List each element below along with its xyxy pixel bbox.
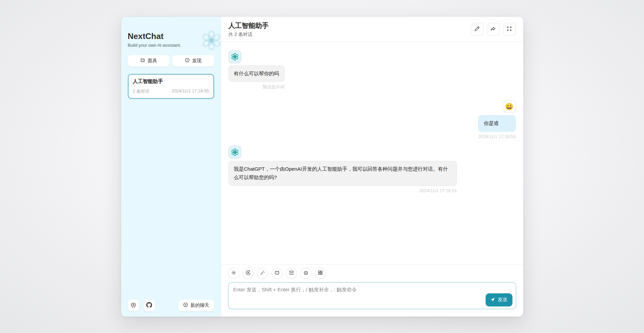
new-chat-label: 新的聊天 xyxy=(191,302,209,308)
compass-icon xyxy=(185,57,190,64)
chat-input-panel: 发送 xyxy=(221,264,523,317)
message-bubble[interactable]: 有什么可以帮你的吗 xyxy=(229,66,285,82)
spacer xyxy=(229,90,516,100)
settings-button[interactable] xyxy=(128,300,139,311)
send-button-label: 发送 xyxy=(498,297,507,303)
bot-message: 有什么可以帮你的吗 预设提示词 xyxy=(229,50,516,90)
clear-context-button[interactable] xyxy=(286,268,297,279)
chat-input-toolbar xyxy=(228,268,516,279)
mask-button-toolbar[interactable] xyxy=(271,268,283,279)
settings-gear-icon xyxy=(231,270,237,277)
chat-session-item[interactable]: 人工智能助手 2 条对话 2024/11/1 17:18:55 xyxy=(128,74,214,99)
message-bubble[interactable]: 你是谁 xyxy=(478,115,515,132)
sidebar-actions: 面具 发现 xyxy=(128,55,214,67)
sidebar-footer-icons xyxy=(128,300,155,311)
message-bubble[interactable]: 我是ChatGPT，一个由OpenAI开发的人工智能助手，我可以回答各种问题并与… xyxy=(229,161,457,186)
chat-header-titles: 人工智能助手 共 2 条对话 xyxy=(229,21,269,38)
model-robot-icon xyxy=(303,270,309,277)
chat-header: 人工智能助手 共 2 条对话 xyxy=(221,17,523,42)
plugin-grid-button[interactable] xyxy=(315,268,326,279)
spacer xyxy=(229,139,516,146)
auto-theme-button[interactable] xyxy=(243,268,254,279)
share-button[interactable] xyxy=(487,23,500,36)
share-arrow-icon xyxy=(490,26,496,33)
chat-pane: 人工智能助手 共 2 条对话 xyxy=(221,17,523,317)
github-icon xyxy=(146,302,152,309)
auto-theme-icon xyxy=(245,270,251,277)
sidebar-header: NextChat Build your own AI assistant. xyxy=(128,32,214,48)
message-timestamp: 2024/11/1 17:18:53 xyxy=(419,188,456,193)
chat-title: 人工智能助手 xyxy=(229,21,269,30)
chatgpt-avatar-icon xyxy=(229,50,241,63)
expand-icon xyxy=(506,26,512,33)
send-button[interactable]: 发送 xyxy=(486,293,512,306)
plus-circle-icon xyxy=(183,302,188,308)
prompt-wand-icon xyxy=(260,270,265,277)
mask-icon xyxy=(140,57,145,64)
chat-session-title: 人工智能助手 xyxy=(133,78,209,85)
chat-session-info: 2 条对话 2024/11/1 17:18:55 xyxy=(133,88,209,94)
chatgpt-avatar-icon xyxy=(229,146,241,159)
user-emoji-avatar: 😀 xyxy=(503,100,516,113)
discover-button-label: 发现 xyxy=(192,58,202,64)
mask-bot-face-icon xyxy=(274,270,280,277)
chatgpt-logo-watermark xyxy=(201,30,222,51)
chat-header-actions xyxy=(471,23,516,36)
sidebar: NextChat Build your own AI assistant. xyxy=(121,17,221,317)
clear-context-icon xyxy=(289,270,294,277)
chat-session-count: 2 条对话 xyxy=(133,88,150,94)
fullscreen-button[interactable] xyxy=(503,23,516,36)
nextchat-window: NextChat Build your own AI assistant. xyxy=(121,17,523,317)
pencil-icon xyxy=(474,26,480,33)
message-list[interactable]: 有什么可以帮你的吗 预设提示词 😀 你是谁 2024/11/1 17:18:53 xyxy=(221,42,523,264)
preset-prompt-label: 预设提示词 xyxy=(263,84,285,90)
model-robot-button[interactable] xyxy=(300,268,311,279)
chat-settings-button[interactable] xyxy=(228,268,239,279)
settings-gear-icon xyxy=(131,302,136,309)
sidebar-footer: 新的聊天 xyxy=(128,300,214,311)
rename-button[interactable] xyxy=(471,23,484,36)
message-input[interactable] xyxy=(228,282,516,309)
message-timestamp: 2024/11/1 17:18:53 xyxy=(478,134,515,139)
chat-session-list: 人工智能助手 2 条对话 2024/11/1 17:18:55 xyxy=(128,74,214,300)
paper-plane-icon xyxy=(491,297,496,303)
composer: 发送 xyxy=(228,282,516,310)
user-message: 😀 你是谁 2024/11/1 17:18:53 xyxy=(229,100,516,139)
new-chat-button[interactable]: 新的聊天 xyxy=(178,300,214,311)
bot-message: 我是ChatGPT，一个由OpenAI开发的人工智能助手，我可以回答各种问题并与… xyxy=(229,146,516,193)
chat-subtitle: 共 2 条对话 xyxy=(229,32,269,38)
chat-session-date: 2024/11/1 17:18:55 xyxy=(171,88,209,94)
github-button[interactable] xyxy=(144,300,155,311)
mask-button[interactable]: 面具 xyxy=(128,55,170,67)
prompt-wand-button[interactable] xyxy=(257,268,268,279)
plugin-grid-icon xyxy=(317,270,323,277)
discover-button[interactable]: 发现 xyxy=(172,55,214,67)
mask-button-label: 面具 xyxy=(148,58,157,64)
